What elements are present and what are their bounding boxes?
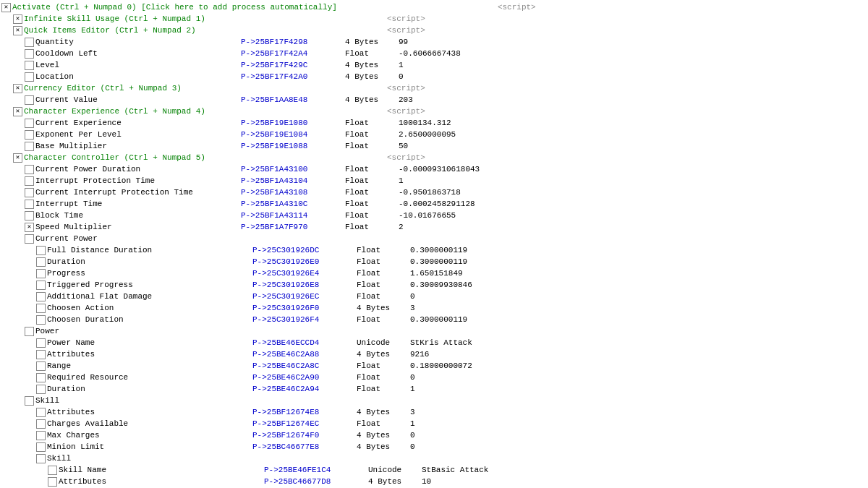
row-type: Float [357, 291, 407, 302]
row-value: 99 [399, 36, 485, 48]
checkbox[interactable] [25, 396, 34, 406]
checkbox[interactable] [25, 234, 34, 244]
checkbox[interactable] [36, 304, 46, 313]
checkbox[interactable] [25, 119, 34, 128]
checkbox[interactable] [36, 385, 46, 394]
checkbox[interactable] [36, 292, 46, 301]
row-type: Float [345, 163, 396, 175]
row-value: 1 [399, 59, 485, 71]
checkbox[interactable] [13, 14, 22, 24]
tree-container: Activate (Ctrl + Numpad 0) [Click here t… [0, 0, 868, 488]
row-label: Block Time [35, 210, 238, 221]
row-type: Float [357, 267, 407, 279]
row-label: Attributes [47, 348, 250, 360]
checkbox[interactable] [25, 142, 34, 151]
checkbox[interactable] [13, 153, 22, 163]
table-row: Activate (Ctrl + Numpad 0) [Click here t… [0, 1, 868, 13]
checkbox[interactable] [36, 373, 46, 382]
table-row: Interrupt TimeP->25BF1A4310CFloat-0.0002… [0, 198, 868, 210]
checkbox[interactable] [36, 442, 46, 452]
row-value: StBasic Attack [422, 464, 509, 476]
checkbox[interactable] [25, 72, 34, 82]
row-value: 2 [399, 221, 485, 233]
checkbox[interactable] [36, 361, 46, 371]
row-type: 4 Bytes [345, 71, 396, 82]
checkbox[interactable] [1, 3, 11, 12]
table-row: Full Distance DurationP->25C301926DCFloa… [0, 244, 868, 256]
checkbox[interactable] [25, 130, 34, 140]
row-address: P->25BE46C2A90 [252, 372, 354, 383]
row-label: Character Controller (Ctrl + Numpad 5) [24, 152, 226, 163]
checkbox[interactable] [36, 257, 46, 267]
row-label: Activate (Ctrl + Numpad 0) [Click here t… [12, 1, 337, 13]
checkbox[interactable] [25, 223, 34, 232]
row-value: 3 [410, 302, 497, 314]
row-value: 1000134.312 [399, 117, 485, 129]
checkbox[interactable] [25, 327, 34, 336]
row-label: Skill [35, 395, 238, 406]
checkbox[interactable] [36, 269, 46, 278]
row-label: Skill [47, 453, 250, 464]
row-type: Float [357, 256, 407, 267]
row-type: 4 Bytes [357, 406, 407, 418]
row-value: -10.01676655 [399, 210, 485, 221]
checkbox[interactable] [25, 49, 34, 59]
row-value: 203 [399, 94, 485, 106]
table-row: Skill [0, 453, 868, 464]
row-value: StKris Attack [410, 337, 497, 348]
row-type: 4 Bytes [345, 94, 396, 106]
row-address: P->25C301926E0 [252, 256, 354, 267]
table-row: Cooldown LeftP->25BF17F42A4Float-0.60666… [0, 48, 868, 59]
row-label: Character Experience (Ctrl + Numpad 4) [24, 106, 226, 117]
row-label: Interrupt Time [35, 198, 238, 210]
checkbox[interactable] [25, 95, 34, 105]
row-address: P->25BF1A4310C [241, 198, 342, 210]
row-type: Float [357, 244, 407, 256]
checkbox[interactable] [25, 200, 34, 209]
table-row: Interrupt Protection TimeP->25BF1A43104F… [0, 175, 868, 187]
row-value: 9216 [410, 348, 497, 360]
checkbox[interactable] [25, 188, 34, 197]
checkbox[interactable] [25, 165, 34, 174]
table-row: DurationP->25C301926E0Float0.3000000119 [0, 256, 868, 267]
checkbox[interactable] [25, 211, 34, 221]
row-label: Power [35, 325, 238, 337]
table-row: Current ExperienceP->25BF19E1080Float100… [0, 117, 868, 129]
table-row: Currency Editor (Ctrl + Numpad 3)<script… [0, 82, 868, 94]
checkbox[interactable] [13, 107, 22, 116]
row-label: Additional Flat Damage [47, 291, 250, 302]
row-value: 50 [399, 140, 485, 152]
row-address: P->25BF12674EC [252, 418, 354, 429]
checkbox[interactable] [13, 26, 22, 35]
checkbox[interactable] [36, 454, 46, 463]
script-tag: <script> [387, 106, 425, 117]
checkbox[interactable] [36, 408, 46, 417]
row-address: P->25C301926E8 [252, 279, 354, 291]
checkbox[interactable] [36, 431, 46, 440]
row-type: Float [345, 48, 396, 59]
checkbox[interactable] [48, 477, 57, 487]
table-row: Power NameP->25BE46ECCD4UnicodeStKris At… [0, 337, 868, 348]
checkbox[interactable] [25, 176, 34, 186]
checkbox[interactable] [36, 246, 46, 255]
checkbox[interactable] [13, 84, 22, 93]
row-type: 4 Bytes [357, 348, 407, 360]
row-value: 0 [410, 441, 497, 453]
row-type: Float [345, 210, 396, 221]
row-type: 4 Bytes [345, 59, 396, 71]
checkbox[interactable] [48, 466, 57, 475]
checkbox[interactable] [36, 281, 46, 290]
row-value: -0.00009310618043 [399, 163, 485, 175]
checkbox[interactable] [36, 350, 46, 359]
checkbox[interactable] [36, 315, 46, 325]
row-address: P->25BF12674F0 [252, 429, 354, 441]
row-label: Required Resource [47, 372, 250, 383]
checkbox[interactable] [25, 38, 34, 47]
checkbox[interactable] [25, 61, 34, 70]
row-type: Float [357, 383, 407, 395]
row-label: Triggered Progress [47, 279, 250, 291]
row-type: Float [345, 198, 396, 210]
checkbox[interactable] [36, 338, 46, 348]
checkbox[interactable] [36, 419, 46, 429]
row-label: Current Interrupt Protection Time [35, 187, 238, 198]
